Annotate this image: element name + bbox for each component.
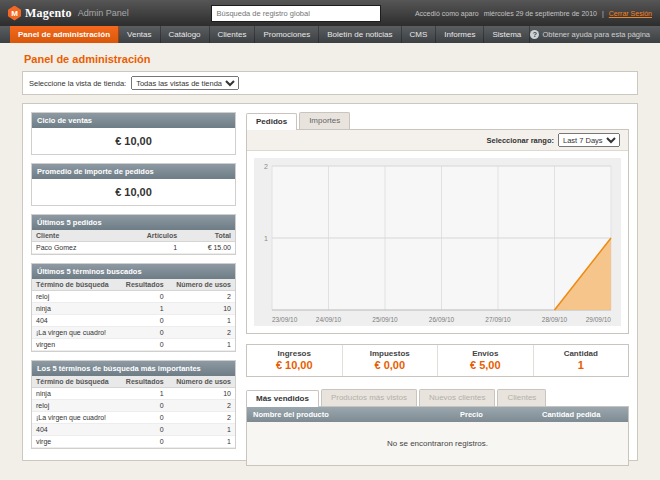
- nav-item-ventas[interactable]: Ventas: [119, 26, 160, 43]
- user-info: Accedió como aparo miércoles 29 de septi…: [415, 10, 652, 17]
- nav-item-promociones[interactable]: Promociones: [255, 26, 319, 43]
- table-cell: 0: [119, 436, 168, 448]
- sales-cycle-value: € 10,00: [32, 128, 235, 154]
- column-header: Término de búsqueda: [32, 279, 119, 291]
- table-row[interactable]: Paco Gomez1€ 15.00: [32, 242, 235, 254]
- last-orders-title: Últimos 5 pedidos: [32, 215, 235, 230]
- magento-logo[interactable]: M Magento Admin Panel: [8, 6, 178, 21]
- column-header-price: Precio: [454, 407, 536, 422]
- stat-value: € 10,00: [247, 359, 342, 371]
- svg-text:27/09/10: 27/09/10: [485, 316, 511, 323]
- table-cell: Paco Gomez: [32, 242, 115, 254]
- table-cell: 1: [168, 436, 235, 448]
- tab-clientes[interactable]: Clientes: [497, 389, 546, 406]
- column-header: Cliente: [32, 230, 115, 242]
- table-row[interactable]: ¡La virgen que cuadro!02: [32, 412, 235, 424]
- table-cell: 0: [119, 424, 168, 436]
- stat-label: Ingresos: [247, 349, 342, 358]
- nav-item-bolet-n-de-noticias[interactable]: Boletín de noticias: [319, 26, 401, 43]
- top-search-terms-title: Los 5 términos de búsqueda más important…: [32, 361, 235, 376]
- svg-text:28/09/10: 28/09/10: [542, 316, 568, 323]
- column-header: Total: [181, 230, 235, 242]
- nav-item-cms[interactable]: CMS: [402, 26, 437, 43]
- nav-item-panel-de-administraci-n[interactable]: Panel de administración: [10, 26, 119, 43]
- last-search-terms-title: Últimos 5 términos buscados: [32, 264, 235, 279]
- tab-productos-m-s-vistos[interactable]: Productos más vistos: [321, 389, 417, 406]
- stat-env-os: Envíos€ 5,00: [437, 345, 533, 376]
- last-orders-box: Últimos 5 pedidos ClienteArtículosTotalP…: [31, 214, 236, 255]
- table-row[interactable]: ¡La virgen que cuadro!02: [32, 327, 235, 339]
- tab-nuevos-clientes[interactable]: Nuevos clientes: [419, 389, 495, 406]
- table-cell: 1: [119, 303, 168, 315]
- column-header: Número de usos: [168, 279, 235, 291]
- table-row[interactable]: virge01: [32, 436, 235, 448]
- logo-subtitle: Admin Panel: [78, 8, 129, 18]
- table-cell: 0: [119, 327, 168, 339]
- main-nav: Panel de administraciónVentasCatálogoCli…: [0, 26, 660, 43]
- svg-text:23/09/10: 23/09/10: [272, 316, 298, 323]
- store-view-bar: Seleccione la vista de tienda: Todas las…: [22, 71, 638, 95]
- orders-amounts-tabs: PedidosImportes: [246, 112, 629, 129]
- table-cell: ninja: [32, 303, 119, 315]
- nav-item-sistema[interactable]: Sistema: [484, 26, 530, 43]
- table-cell: 1: [168, 315, 235, 327]
- table-cell: 0: [119, 400, 168, 412]
- avg-order-box: Promedio de importe de pedidos € 10,00: [31, 163, 236, 206]
- table-row[interactable]: 40401: [32, 424, 235, 436]
- table-row[interactable]: reloj02: [32, 291, 235, 303]
- nav-item-clientes[interactable]: Clientes: [210, 26, 256, 43]
- table-header-row: Término de búsquedaResultadosNúmero de u…: [32, 376, 235, 388]
- column-header-quantity: Cantidad pedida: [536, 407, 628, 422]
- table-header-row: ClienteArtículosTotal: [32, 230, 235, 242]
- column-header: Resultados: [119, 279, 168, 291]
- logout-link[interactable]: Cerrar Sesión: [609, 10, 652, 17]
- table-cell: 0: [119, 315, 168, 327]
- table-cell: reloj: [32, 400, 119, 412]
- global-search-input[interactable]: [211, 5, 381, 22]
- avg-order-title: Promedio de importe de pedidos: [32, 164, 235, 179]
- table-cell: 0: [119, 291, 168, 303]
- nav-item-cat-logo[interactable]: Catálogo: [161, 26, 210, 43]
- nav-help-link[interactable]: ? Obtener ayuda para esta página: [530, 26, 660, 43]
- column-header: Artículos: [115, 230, 181, 242]
- stats-row: Ingresos€ 10,00Impuestos€ 0,00Envíos€ 5,…: [246, 344, 629, 377]
- products-table-header: Nombre del producto Precio Cantidad pedi…: [247, 407, 628, 422]
- tab-pedidos[interactable]: Pedidos: [246, 113, 297, 130]
- data-table: Término de búsquedaResultadosNúmero de u…: [32, 376, 235, 448]
- table-cell: 404: [32, 424, 119, 436]
- last-search-terms-box: Últimos 5 términos buscados Término de b…: [31, 263, 236, 352]
- table-row[interactable]: ninja110: [32, 388, 235, 400]
- current-date: miércoles 29 de septiembre de 2010: [484, 10, 597, 17]
- column-header: Término de búsqueda: [32, 376, 119, 388]
- range-select[interactable]: Last 7 Days: [558, 133, 620, 147]
- magento-admin-panel: M Magento Admin Panel Accedió como aparo…: [0, 0, 660, 480]
- column-header: Número de usos: [168, 376, 235, 388]
- svg-text:2: 2: [264, 163, 268, 170]
- table-header-row: Término de búsquedaResultadosNúmero de u…: [32, 279, 235, 291]
- table-cell: ninja: [32, 388, 119, 400]
- store-view-select[interactable]: Todas las vistas de tienda: [131, 76, 239, 90]
- data-table: ClienteArtículosTotalPaco Gomez1€ 15.00: [32, 230, 235, 254]
- help-label: Obtener ayuda para esta página: [542, 30, 650, 39]
- range-label: Seleccionar rango:: [486, 136, 554, 145]
- table-cell: 404: [32, 315, 119, 327]
- top-search-terms-box: Los 5 términos de búsqueda más important…: [31, 360, 236, 449]
- table-cell: 1: [115, 242, 181, 254]
- table-row[interactable]: ninja110: [32, 303, 235, 315]
- nav-item-informes[interactable]: Informes: [436, 26, 484, 43]
- svg-text:1: 1: [264, 235, 268, 242]
- stat-impuestos: Impuestos€ 0,00: [342, 345, 438, 376]
- tab-importes[interactable]: Importes: [299, 112, 350, 129]
- svg-text:24/09/10: 24/09/10: [316, 316, 342, 323]
- table-cell: ¡La virgen que cuadro!: [32, 327, 119, 339]
- table-row[interactable]: virgen01: [32, 339, 235, 351]
- chart-panel: Seleccionar rango: Last 7 Days 1223/09/1…: [246, 129, 629, 334]
- stat-label: Cantidad: [534, 349, 629, 358]
- table-row[interactable]: reloj02: [32, 400, 235, 412]
- table-row[interactable]: 40401: [32, 315, 235, 327]
- stat-cantidad: Cantidad1: [533, 345, 629, 376]
- table-cell: € 15.00: [181, 242, 235, 254]
- tab-m-s-vendidos[interactable]: Más vendidos: [246, 390, 319, 407]
- table-cell: 1: [168, 424, 235, 436]
- table-cell: 0: [119, 412, 168, 424]
